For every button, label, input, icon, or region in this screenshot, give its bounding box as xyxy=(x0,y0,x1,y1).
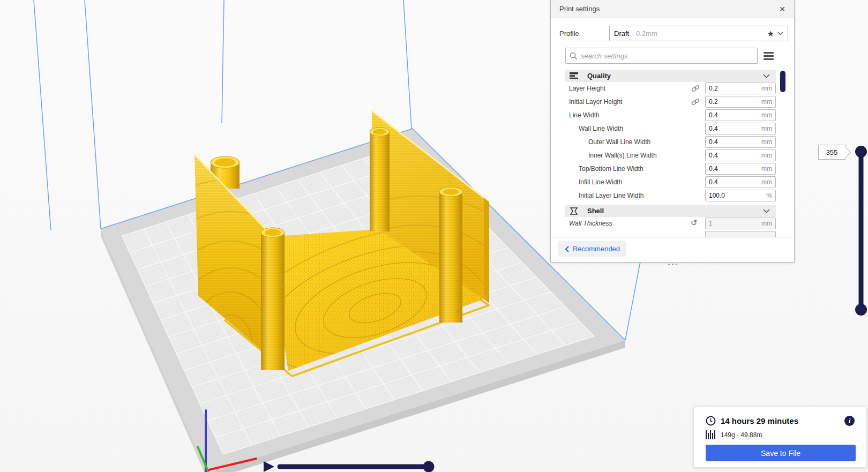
recommended-button[interactable]: Recommended xyxy=(558,241,626,257)
setting-row-initial-layer-line-width: Initial Layer Line Width 100.0% xyxy=(551,189,794,203)
chevron-down-icon xyxy=(763,74,770,78)
clock-icon xyxy=(706,416,716,426)
setting-value-field[interactable]: 0.4mm xyxy=(705,176,776,188)
undo-icon[interactable]: ↺ xyxy=(691,218,700,228)
link-icon xyxy=(691,97,700,107)
print-time: 14 hours 29 minutes xyxy=(721,416,798,425)
setting-value-field[interactable]: 0.4mm xyxy=(705,136,776,148)
material-usage: 149g · 49.88m xyxy=(721,431,762,439)
panel-header[interactable]: Print settings × xyxy=(551,0,794,18)
panel-title: Print settings xyxy=(559,5,600,13)
setting-value-field[interactable] xyxy=(705,231,776,237)
setting-row-initial-layer-height: Initial Layer Height 0.2mm xyxy=(551,95,794,109)
chevron-down-icon xyxy=(777,32,783,35)
path-slider-handle[interactable] xyxy=(423,461,435,472)
profile-dropdown[interactable]: Draft - 0.2mm ★ xyxy=(609,26,788,41)
save-to-file-button[interactable]: Save to File xyxy=(706,445,856,461)
category-label: Shell xyxy=(587,207,604,215)
info-icon[interactable]: i xyxy=(844,416,855,426)
setting-row-wall-thickness: Wall Thickness ↺ 1mm xyxy=(551,217,794,230)
setting-value-field[interactable]: 1mm xyxy=(705,218,776,229)
setting-row-line-width: Line Width 0.4mm xyxy=(551,109,794,122)
play-button[interactable] xyxy=(264,461,274,472)
panel-footer: Recommended xyxy=(551,237,794,262)
layer-slider-top-handle[interactable] xyxy=(855,146,867,158)
quality-icon xyxy=(570,72,578,80)
close-icon[interactable]: × xyxy=(775,2,789,16)
layer-slider-bottom-handle[interactable] xyxy=(855,304,867,316)
profile-suffix: - 0.2mm xyxy=(632,29,657,38)
cura-preview-stage: Print settings × Profile Draft - 0.2mm ★ xyxy=(0,0,868,472)
setting-value-field[interactable]: 0.4mm xyxy=(705,163,776,175)
job-summary-card: 14 hours 29 minutes i 149g · 49.88m Save… xyxy=(693,406,867,468)
search-icon xyxy=(570,52,578,60)
setting-value-field[interactable]: 0.2mm xyxy=(705,96,776,108)
setting-row-infill-line-width: Infill Line Width 0.4mm xyxy=(551,176,794,189)
panel-resize-grip[interactable] xyxy=(668,263,678,266)
setting-value-field[interactable]: 0.4mm xyxy=(705,123,776,134)
setting-row-wall-line-width: Wall Line Width 0.4mm xyxy=(551,122,794,136)
settings-list: Quality Layer Height 0.2mm Initial Layer… xyxy=(551,68,794,237)
playback-controls xyxy=(264,461,435,472)
star-icon[interactable]: ★ xyxy=(767,29,774,38)
print-settings-panel: Print settings × Profile Draft - 0.2mm ★ xyxy=(550,0,795,263)
profile-label: Profile xyxy=(559,29,579,38)
setting-value-field[interactable]: 0.4mm xyxy=(705,109,776,121)
search-input[interactable] xyxy=(581,52,753,60)
category-label: Quality xyxy=(587,72,611,80)
category-shell[interactable]: Shell xyxy=(565,205,776,217)
shell-icon xyxy=(570,207,578,215)
profile-value: Draft xyxy=(614,29,629,38)
category-quality[interactable]: Quality xyxy=(565,70,776,82)
setting-row-clipped xyxy=(551,230,794,237)
search-box[interactable] xyxy=(565,48,758,64)
model-post-front-left xyxy=(261,228,285,370)
setting-row-outer-wall-line-width: Outer Wall Line Width 0.4mm xyxy=(551,136,794,149)
panel-scrollbar[interactable] xyxy=(780,71,785,92)
material-spool-icon xyxy=(706,430,715,439)
model-post-right xyxy=(439,187,462,323)
hamburger-menu-icon[interactable] xyxy=(764,52,774,60)
setting-value-field[interactable]: 0.2mm xyxy=(705,83,776,94)
setting-value-field[interactable]: 0.4mm xyxy=(705,149,776,161)
layer-slider xyxy=(855,146,867,316)
setting-row-top-bottom-line-width: Top/Bottom Line Width 0.4mm xyxy=(551,162,794,176)
setting-value-field[interactable]: 100.0% xyxy=(705,190,776,201)
model-post-back-center xyxy=(370,128,390,231)
setting-row-layer-height: Layer Height 0.2mm xyxy=(551,82,794,95)
link-icon xyxy=(691,84,700,93)
chevron-left-icon xyxy=(565,246,569,252)
setting-row-inner-wall-line-width: Inner Wall(s) Line Width 0.4mm xyxy=(551,149,794,162)
chevron-down-icon xyxy=(763,209,770,213)
layer-number-label: 355 xyxy=(818,145,845,160)
